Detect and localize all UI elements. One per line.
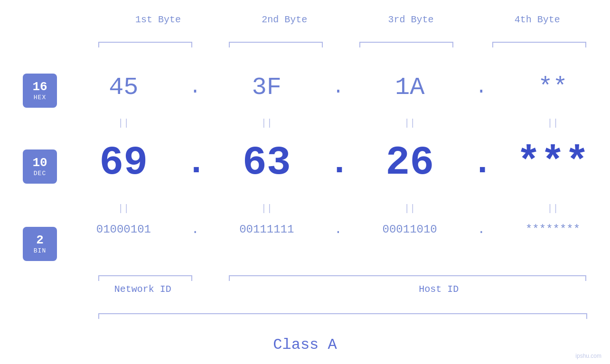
bin-byte-3: 00011010 [367, 223, 452, 236]
col-header-2: 2nd Byte [237, 14, 332, 25]
hex-dot-3: . [472, 77, 491, 98]
big-bottom-bracket [98, 313, 587, 314]
bin-dot-1: . [186, 222, 205, 237]
hex-badge: 16 HEX [23, 74, 57, 108]
equals-row-2: || || || || [71, 203, 605, 214]
hex-dot-1: . [186, 77, 205, 98]
network-id-label: Network ID [91, 284, 195, 295]
hex-byte-2: 3F [224, 74, 310, 102]
bracket-top-col1 [98, 42, 192, 43]
bracket-host-id-left [229, 275, 230, 281]
bracket-top-col3-right [452, 42, 453, 47]
dec-byte-4: *** [510, 140, 596, 186]
dec-dot-2: . [328, 143, 347, 183]
bracket-top-col2-right [322, 42, 323, 47]
equals-1-col4: || [510, 118, 596, 129]
hex-row: 45 . 3F . 1A . ** [71, 74, 605, 102]
dec-badge: 10 DEC [23, 149, 57, 184]
equals-2-col1: || [81, 203, 166, 214]
equals-row-1: || || || || [71, 118, 605, 129]
hex-base-label: HEX [34, 94, 46, 101]
equals-2-col3: || [367, 203, 452, 214]
dec-byte-2: 63 [224, 140, 310, 186]
hex-byte-1: 45 [81, 74, 166, 102]
bracket-top-col4-right [585, 42, 586, 47]
bracket-network-id-left [98, 275, 99, 281]
bin-byte-4: ******** [510, 223, 596, 236]
dec-dot-1: . [186, 143, 205, 183]
bracket-top-col1-right [191, 42, 192, 47]
col-header-4: 4th Byte [490, 14, 585, 25]
bin-base-number: 2 [36, 233, 44, 247]
dec-byte-3: 26 [367, 140, 452, 186]
hex-dot-2: . [328, 77, 347, 98]
main-container: 16 HEX 10 DEC 2 BIN 1st Byte 2nd Byte 3r… [0, 0, 610, 364]
bracket-top-col3-left [359, 42, 360, 47]
bracket-host-id-top [229, 275, 586, 276]
bracket-top-col4-left [492, 42, 493, 47]
bin-dot-3: . [472, 222, 491, 237]
col-header-1: 1st Byte [111, 14, 206, 25]
bin-byte-2: 00111111 [224, 223, 310, 236]
bracket-top-col2 [229, 42, 323, 43]
bin-row: 01000101 . 00111111 . 00011010 . *******… [71, 222, 605, 237]
bracket-top-col1-left [98, 42, 99, 47]
equals-2-col2: || [224, 203, 310, 214]
bracket-top-col3 [359, 42, 453, 43]
big-bracket-left [98, 313, 99, 319]
dec-byte-1: 69 [81, 140, 166, 186]
bin-byte-1: 01000101 [81, 223, 166, 236]
bracket-network-id-top [98, 275, 192, 276]
dec-base-label: DEC [34, 170, 46, 177]
equals-1-col3: || [367, 118, 452, 129]
bracket-top-col2-left [229, 42, 230, 47]
column-headers: 1st Byte 2nd Byte 3rd Byte 4th Byte [95, 14, 601, 25]
host-id-label: Host ID [291, 284, 586, 295]
equals-1-col1: || [81, 118, 166, 129]
dec-base-number: 10 [32, 156, 47, 170]
id-labels: Network ID Host ID [71, 284, 605, 295]
equals-1-col2: || [224, 118, 310, 129]
hex-byte-4: ** [510, 74, 596, 102]
hex-byte-3: 1A [367, 74, 452, 102]
bin-badge: 2 BIN [23, 227, 57, 261]
bracket-network-id-right [191, 275, 192, 281]
equals-2-col4: || [510, 203, 596, 214]
bracket-top-col4 [492, 42, 586, 43]
class-label: Class A [0, 336, 610, 354]
dec-row: 69 . 63 . 26 . *** [71, 140, 605, 186]
hex-base-number: 16 [32, 80, 47, 94]
watermark: ipshu.com [575, 353, 601, 359]
big-bracket-right [586, 313, 587, 319]
col-header-3: 3rd Byte [364, 14, 459, 25]
bracket-host-id-right [585, 275, 586, 281]
bin-dot-2: . [328, 222, 347, 237]
bin-base-label: BIN [34, 247, 46, 254]
dec-dot-3: . [472, 143, 491, 183]
